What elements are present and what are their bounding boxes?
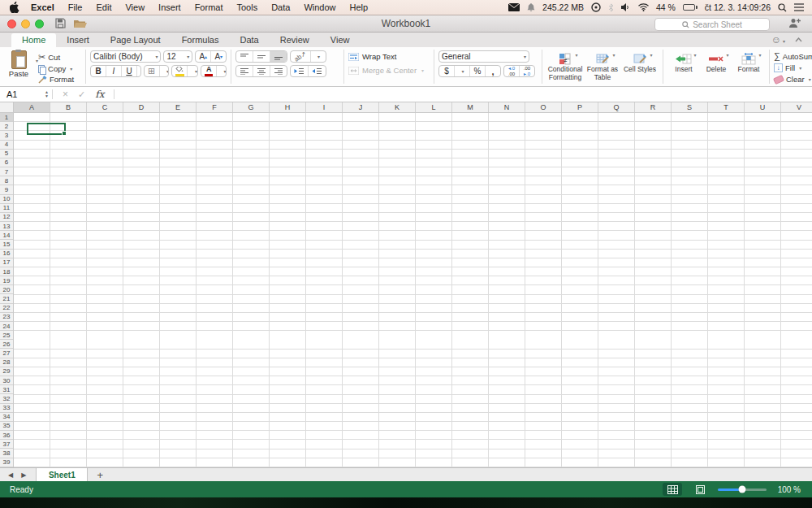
column-header-g[interactable]: G	[233, 102, 270, 112]
next-sheet-arrow[interactable]: ▶	[21, 471, 26, 479]
ribbon-tab-home[interactable]: Home	[11, 33, 56, 47]
record-menu-icon[interactable]	[591, 2, 601, 12]
column-header-p[interactable]: P	[562, 102, 598, 112]
row-header-33[interactable]: 33	[0, 404, 13, 413]
increase-decimal-button[interactable]: ◂.0.00	[504, 66, 520, 76]
align-right-button[interactable]	[270, 66, 287, 76]
autosum-button[interactable]: ∑ AutoSum ▾	[774, 51, 812, 61]
align-bottom-button[interactable]	[270, 51, 287, 62]
select-all-corner[interactable]	[0, 102, 14, 113]
clear-button[interactable]: Clear ▾	[774, 75, 812, 84]
wifi-icon[interactable]	[638, 3, 649, 11]
menu-item-help[interactable]: Help	[350, 2, 369, 12]
menu-item-edit[interactable]: Edit	[96, 2, 111, 12]
row-header-28[interactable]: 28	[0, 358, 13, 367]
row-header-1[interactable]: 1	[0, 113, 13, 122]
merge-center-button[interactable]: Merge & Center ▾	[348, 66, 430, 75]
cells-area[interactable]	[14, 113, 812, 467]
row-header-23[interactable]: 23	[0, 313, 13, 322]
row-header-20[interactable]: 20	[0, 285, 13, 294]
bold-button[interactable]: B	[91, 66, 106, 76]
fill-color-dropdown-arrow[interactable]: ▾	[188, 66, 198, 76]
cell-styles-button[interactable]: ▾ Cell Styles	[621, 50, 659, 82]
row-header-27[interactable]: 27	[0, 349, 13, 358]
column-header-l[interactable]: L	[416, 102, 452, 112]
conditional-formatting-button[interactable]: ≠ ▾ Conditional Formatting	[546, 50, 584, 82]
add-sheet-button[interactable]: +	[88, 468, 112, 481]
notification-center-icon[interactable]	[794, 3, 804, 11]
currency-dropdown-arrow[interactable]: ▾	[455, 66, 470, 76]
ribbon-tab-page-layout[interactable]: Page Layout	[100, 33, 171, 47]
row-header-16[interactable]: 16	[0, 250, 13, 258]
insert-cells-button[interactable]: ▾ Insert	[667, 50, 700, 74]
ribbon-tab-insert[interactable]: Insert	[56, 33, 100, 47]
row-header-35[interactable]: 35	[0, 422, 13, 431]
align-left-button[interactable]	[236, 66, 253, 76]
decrease-indent-button[interactable]	[291, 66, 309, 76]
row-header-37[interactable]: 37	[0, 440, 13, 449]
italic-button[interactable]: I	[106, 66, 122, 76]
ribbon-tab-data[interactable]: Data	[229, 33, 269, 47]
column-header-m[interactable]: M	[452, 102, 489, 112]
column-header-e[interactable]: E	[160, 102, 197, 112]
underline-dropdown-arrow[interactable]: ▾	[137, 66, 141, 76]
zoom-slider-knob[interactable]	[739, 486, 746, 493]
paste-button[interactable]: Paste	[3, 50, 34, 84]
borders-dropdown-arrow[interactable]: ▾	[160, 66, 170, 76]
row-header-14[interactable]: 14	[0, 231, 13, 240]
column-header-i[interactable]: I	[306, 102, 343, 112]
feedback-smiley-icon[interactable]: ☺▾	[771, 34, 785, 46]
mail-icon[interactable]	[508, 3, 520, 11]
increase-indent-button[interactable]	[309, 66, 326, 76]
row-header-15[interactable]: 15	[0, 240, 13, 249]
row-header-7[interactable]: 7	[0, 167, 13, 176]
column-header-h[interactable]: H	[270, 102, 306, 112]
fill-color-button[interactable]	[172, 66, 188, 76]
column-header-u[interactable]: U	[745, 102, 781, 112]
volume-icon[interactable]	[621, 3, 631, 11]
name-box-stepper[interactable]: ▲▼	[45, 90, 52, 98]
cut-button[interactable]: ✂ Cut	[38, 52, 74, 63]
align-middle-button[interactable]	[253, 51, 270, 62]
selected-cell-a1[interactable]	[27, 123, 66, 135]
column-header-q[interactable]: Q	[598, 102, 635, 112]
row-header-32[interactable]: 32	[0, 394, 13, 403]
ribbon-tab-review[interactable]: Review	[270, 33, 320, 47]
row-header-21[interactable]: 21	[0, 294, 13, 303]
fill-handle[interactable]	[62, 131, 67, 136]
row-header-18[interactable]: 18	[0, 267, 13, 276]
row-header-12[interactable]: 12	[0, 213, 13, 222]
normal-view-button[interactable]	[663, 483, 682, 496]
delete-cells-button[interactable]: ▾ Delete	[700, 50, 732, 74]
page-layout-view-button[interactable]	[690, 483, 710, 496]
font-color-dropdown-arrow[interactable]: ▾	[217, 66, 227, 76]
row-header-26[interactable]: 26	[0, 340, 13, 349]
format-painter-button[interactable]: Format	[38, 75, 74, 84]
prev-sheet-arrow[interactable]: ◀	[8, 471, 13, 479]
row-header-34[interactable]: 34	[0, 413, 13, 422]
currency-button[interactable]: $	[439, 66, 455, 76]
format-as-table-button[interactable]: ▾ Format as Table	[584, 50, 621, 82]
menu-item-view[interactable]: View	[125, 2, 145, 12]
row-header-19[interactable]: 19	[0, 276, 13, 285]
decrease-decimal-button[interactable]: .00▸.0	[520, 66, 534, 76]
menu-bar-clock[interactable]: čt 12. 3. 14:09:26	[705, 2, 771, 12]
format-cells-button[interactable]: ▾ Format	[732, 50, 765, 74]
percent-style-button[interactable]: %	[470, 66, 486, 76]
row-header-13[interactable]: 13	[0, 222, 13, 231]
menu-item-window[interactable]: Window	[304, 2, 335, 12]
align-top-button[interactable]	[236, 51, 253, 62]
row-header-31[interactable]: 31	[0, 385, 13, 394]
share-person-add-icon[interactable]	[788, 18, 801, 28]
row-header-4[interactable]: 4	[0, 141, 13, 150]
align-center-button[interactable]	[253, 66, 270, 76]
column-header-b[interactable]: B	[50, 102, 87, 112]
zoom-percentage[interactable]: 100 %	[775, 485, 801, 494]
row-header-3[interactable]: 3	[0, 131, 13, 140]
row-header-39[interactable]: 39	[0, 458, 13, 467]
confirm-entry-icon[interactable]: ✓	[78, 89, 85, 100]
increase-font-size-button[interactable]: A▴	[196, 51, 211, 62]
column-header-r[interactable]: R	[635, 102, 672, 112]
column-header-d[interactable]: D	[123, 102, 160, 112]
number-format-select[interactable]: General ▾	[438, 50, 529, 63]
